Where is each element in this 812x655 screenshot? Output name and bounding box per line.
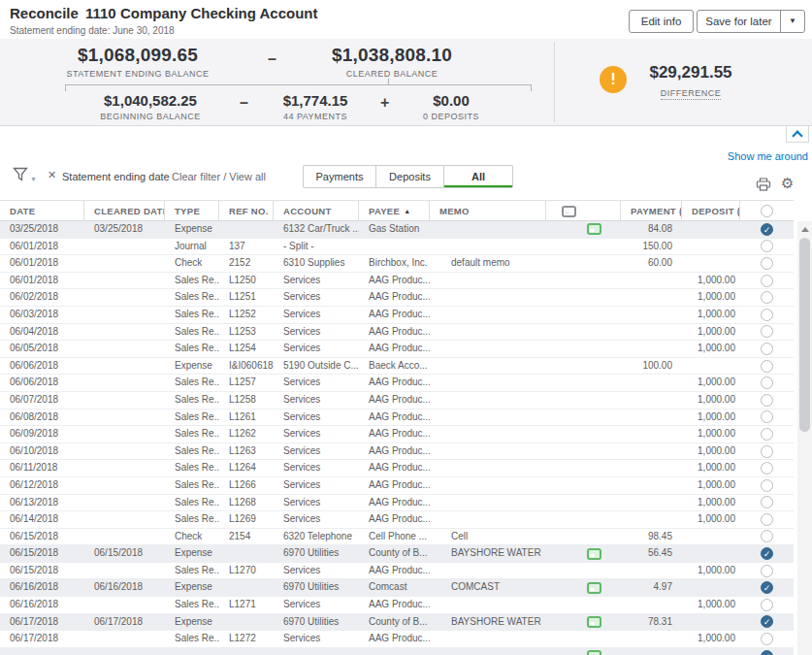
column-header-payee[interactable]: PAYEE▲ xyxy=(359,201,430,221)
cell-payee: AAG Produc... xyxy=(359,597,430,613)
cell-memo xyxy=(430,443,546,460)
tab-all[interactable]: All xyxy=(444,166,512,187)
table-row[interactable]: 06/01/2018Journal137- Split -150.00 xyxy=(0,239,794,256)
table-row[interactable]: 06/01/2018Check21526310 SuppliesBirchbox… xyxy=(0,255,794,273)
table-row[interactable]: 06/15/2018Check21546320 TelephoneCell Ph… xyxy=(0,529,794,546)
save-for-later-button[interactable]: Save for later xyxy=(698,11,780,32)
cleared-unchecked-circle[interactable] xyxy=(761,360,773,373)
tab-payments[interactable]: Payments xyxy=(304,166,376,187)
table-row[interactable]: 06/16/2018Sales Re...L1271ServicesAAG Pr… xyxy=(0,597,794,614)
column-header-deposit[interactable]: DEPOSIT (US xyxy=(682,201,740,221)
tab-deposits[interactable]: Deposits xyxy=(376,166,444,187)
table-row[interactable]: 06/02/2018Sales Re...L1251ServicesAAG Pr… xyxy=(0,289,794,307)
cleared-unchecked-circle[interactable] xyxy=(761,343,773,355)
table-row[interactable]: 03/25/201803/25/2018Expense6132 Car/Truc… xyxy=(0,221,794,239)
table-row[interactable]: 06/08/2018Sales Re...L1261ServicesAAG Pr… xyxy=(0,409,794,427)
cleared-unchecked-circle[interactable] xyxy=(761,445,773,458)
cell-payee: AAG Produc... xyxy=(359,409,430,426)
cleared-unchecked-circle[interactable] xyxy=(761,479,773,492)
table-row[interactable]: 06/14/2018Sales Re...L1269ServicesAAG Pr… xyxy=(0,511,794,529)
cleared-unchecked-circle[interactable] xyxy=(761,565,773,577)
column-header-attachment[interactable] xyxy=(546,201,621,221)
table-row[interactable]: 06/15/201806/15/2018Expense6970 Utilitie… xyxy=(0,545,794,563)
table-row[interactable]: 06/06/2018ExpenseI&I0606185190 Outside C… xyxy=(0,358,794,376)
save-options-caret-icon[interactable]: ▼ xyxy=(780,11,804,32)
difference-label[interactable]: DIFFERENCE xyxy=(661,88,722,100)
cleared-unchecked-circle[interactable] xyxy=(761,377,773,389)
table-row[interactable]: 06/17/2018Sales Re...L1272ServicesAAG Pr… xyxy=(0,631,794,648)
table-row[interactable]: 06/12/2018Sales Re...L1266ServicesAAG Pr… xyxy=(0,477,794,495)
cell-attachment xyxy=(546,375,621,391)
cleared-unchecked-circle[interactable] xyxy=(761,530,773,542)
table-row[interactable]: 06/04/2018Sales Re...L1253ServicesAAG Pr… xyxy=(0,324,794,342)
cleared-unchecked-circle[interactable] xyxy=(761,257,773,270)
cell-date: 06/15/2018 xyxy=(0,563,84,579)
table-row[interactable]: 06/01/2018Sales Re...L1250ServicesAAG Pr… xyxy=(0,273,794,290)
cleared-unchecked-circle[interactable] xyxy=(761,633,773,645)
cell-type: Sales Re... xyxy=(165,324,219,341)
column-header-account[interactable]: ACCOUNT xyxy=(274,201,359,221)
print-icon[interactable] xyxy=(756,178,771,195)
clear-filter-link[interactable]: Clear filter / View all xyxy=(172,171,266,182)
cell-account: 6310 Supplies xyxy=(274,255,359,272)
cleared-unchecked-circle[interactable] xyxy=(761,240,773,252)
cleared-unchecked-circle[interactable] xyxy=(761,496,773,508)
column-header-type[interactable]: TYPE xyxy=(165,201,219,221)
table-row[interactable] xyxy=(0,648,794,655)
cleared-checked-circle[interactable] xyxy=(761,615,773,628)
column-header-memo[interactable]: MEMO xyxy=(430,201,546,221)
cleared-unchecked-circle[interactable] xyxy=(761,410,773,423)
table-row[interactable]: 06/05/2018Sales Re...L1254ServicesAAG Pr… xyxy=(0,341,794,358)
cell-deposit: 1,000.00 xyxy=(682,511,740,528)
cell-attachment xyxy=(546,529,621,545)
collapse-summary-button[interactable] xyxy=(786,126,809,143)
cleared-unchecked-circle[interactable] xyxy=(761,309,773,321)
cell-attachment xyxy=(546,477,621,494)
payments-total: $1,774.15 44 PAYMENTS xyxy=(257,92,374,121)
edit-info-button[interactable]: Edit info xyxy=(629,10,694,33)
column-header-ref_no[interactable]: REF NO. xyxy=(219,201,274,221)
cleared-unchecked-circle[interactable] xyxy=(761,462,773,475)
cell-payment xyxy=(621,495,682,511)
remove-filter-icon[interactable]: ✕ xyxy=(48,169,56,181)
scrollbar-thumb[interactable] xyxy=(799,238,810,432)
cleared-unchecked-circle[interactable] xyxy=(761,599,773,611)
filter-funnel-icon[interactable] xyxy=(13,167,29,185)
cleared-unchecked-circle[interactable] xyxy=(761,513,773,526)
vertical-scrollbar[interactable] xyxy=(797,221,812,655)
table-row[interactable]: 06/10/2018Sales Re...L1263ServicesAAG Pr… xyxy=(0,443,794,461)
table-row[interactable]: 06/13/2018Sales Re...L1268ServicesAAG Pr… xyxy=(0,495,794,512)
cell-type: Sales Re... xyxy=(165,511,219,528)
cleared-unchecked-circle[interactable] xyxy=(761,394,773,407)
cleared-checked-circle[interactable] xyxy=(761,650,773,655)
scroll-up-icon[interactable] xyxy=(801,227,809,232)
column-header-date[interactable]: DATE xyxy=(0,201,84,221)
cell-payment xyxy=(621,289,682,306)
cell-date: 06/17/2018 xyxy=(0,631,84,647)
cell-deposit: 1,000.00 xyxy=(682,289,740,306)
transaction-type-tabs: Payments Deposits All xyxy=(303,165,513,188)
table-row[interactable]: 06/09/2018Sales Re...L1262ServicesAAG Pr… xyxy=(0,426,794,443)
column-header-check[interactable] xyxy=(740,201,794,221)
column-header-payment[interactable]: PAYMENT (U xyxy=(621,201,682,221)
cell-ref_no: 137 xyxy=(219,239,274,255)
show-me-around-link[interactable]: Show me around xyxy=(728,150,808,162)
table-row[interactable]: 06/17/201806/17/2018Expense6970 Utilitie… xyxy=(0,614,794,632)
table-row[interactable]: 06/03/2018Sales Re...L1252ServicesAAG Pr… xyxy=(0,307,794,324)
cleared-unchecked-circle[interactable] xyxy=(761,275,773,287)
table-row[interactable]: 06/06/2018Sales Re...L1257ServicesAAG Pr… xyxy=(0,375,794,392)
column-header-cleared_date[interactable]: CLEARED DATE xyxy=(84,201,165,221)
table-row[interactable]: 06/11/2018Sales Re...L1264ServicesAAG Pr… xyxy=(0,460,794,477)
table-row[interactable]: 06/16/201806/16/2018Expense6970 Utilitie… xyxy=(0,579,794,597)
cleared-checked-circle[interactable] xyxy=(761,581,773,594)
table-row[interactable]: 06/07/2018Sales Re...L1258ServicesAAG Pr… xyxy=(0,392,794,409)
cleared-checked-circle[interactable] xyxy=(761,223,773,236)
cleared-checked-circle[interactable] xyxy=(761,547,773,560)
cleared-unchecked-circle[interactable] xyxy=(761,291,773,304)
table-row[interactable]: 06/15/2018Sales Re...L1270ServicesAAG Pr… xyxy=(0,563,794,580)
gear-icon[interactable]: ⚙ xyxy=(781,175,794,192)
cleared-unchecked-circle[interactable] xyxy=(761,325,773,338)
cleared-unchecked-circle[interactable] xyxy=(761,428,773,441)
filter-caret-icon[interactable]: ▼ xyxy=(30,176,37,182)
cell-account: 6132 Car/Truck ... xyxy=(274,221,359,238)
